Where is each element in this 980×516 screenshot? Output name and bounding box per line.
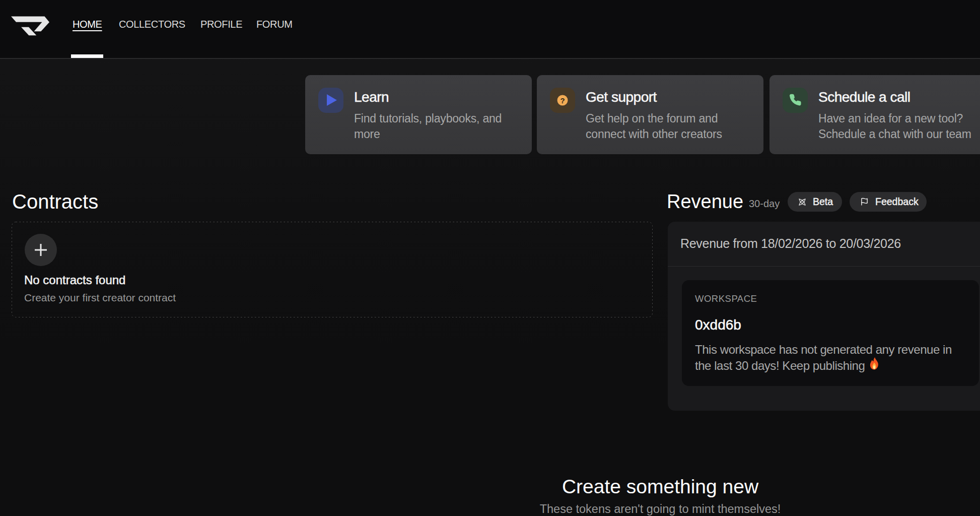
svg-text:?: ? <box>560 96 565 105</box>
